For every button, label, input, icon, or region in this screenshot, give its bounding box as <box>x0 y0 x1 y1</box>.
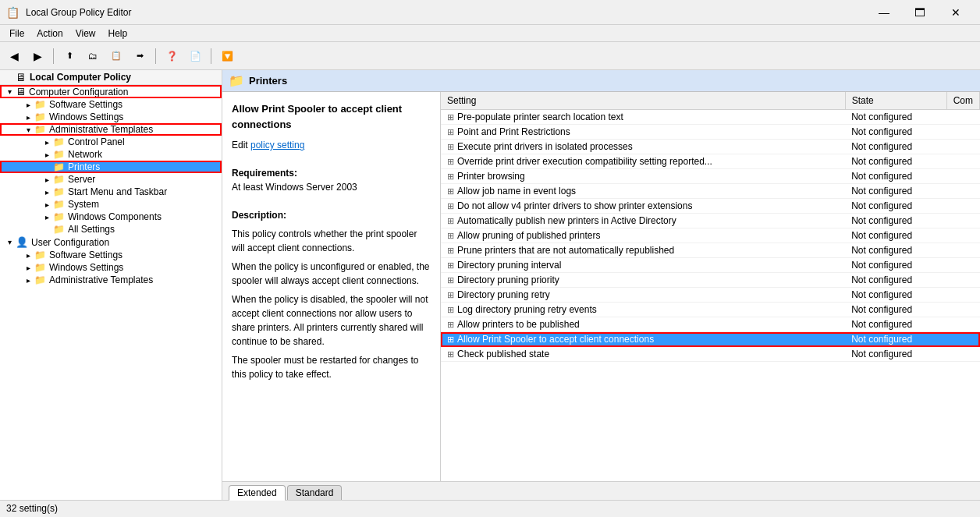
all-settings-item[interactable]: 📁 All Settings <box>0 223 222 235</box>
ss-uc-expander[interactable]: ▸ <box>22 251 34 260</box>
row-icon: ⊞ <box>447 142 454 151</box>
table-row[interactable]: ⊞Point and Print RestrictionsNot configu… <box>441 125 980 140</box>
ss-uc-label: Software Settings <box>49 250 123 260</box>
table-row[interactable]: ⊞Printer browsingNot configured <box>441 169 980 184</box>
setting-cell: ⊞Prune printers that are not automatical… <box>441 243 845 258</box>
comment-cell <box>946 110 979 125</box>
windows-settings-cc-item[interactable]: ▸ 📁 Windows Settings <box>0 111 222 123</box>
net-expander[interactable]: ▸ <box>41 150 53 159</box>
help-button[interactable]: ❓ <box>161 45 183 67</box>
row-icon: ⊞ <box>447 172 454 181</box>
cp-expander[interactable]: ▸ <box>41 138 53 147</box>
system-expander[interactable]: ▸ <box>41 200 53 209</box>
printers-item[interactable]: 📁 Printers <box>0 161 222 173</box>
table-row[interactable]: ⊞Pre-populate printer search location te… <box>441 110 980 125</box>
menu-action[interactable]: Action <box>30 27 69 41</box>
software-settings-cc-item[interactable]: ▸ 📁 Software Settings <box>0 98 222 111</box>
edit-policy-link[interactable]: policy setting <box>250 140 304 150</box>
menu-view[interactable]: View <box>69 27 102 41</box>
state-cell: Not configured <box>845 214 946 228</box>
setting-cell: ⊞Directory pruning interval <box>441 258 845 273</box>
table-row[interactable]: ⊞Allow printers to be publishedNot confi… <box>441 317 980 332</box>
table-row[interactable]: ⊞Override print driver execution compati… <box>441 154 980 169</box>
export-button[interactable]: ➡ <box>129 45 151 67</box>
table-row[interactable]: ⊞Prune printers that are not automatical… <box>441 243 980 258</box>
up-button[interactable]: ⬆ <box>59 45 80 67</box>
close-button[interactable]: ✕ <box>938 0 974 25</box>
comment-cell <box>946 154 979 169</box>
cc-icon: 🖥 <box>16 86 26 97</box>
col-setting[interactable]: Setting <box>441 92 845 110</box>
table-row[interactable]: ⊞Allow Print Spooler to accept client co… <box>441 332 980 347</box>
forward-button[interactable]: ▶ <box>27 45 48 67</box>
system-item[interactable]: ▸ 📁 System <box>0 198 222 211</box>
ss-cc-expander[interactable]: ▸ <box>22 101 34 109</box>
windows-components-item[interactable]: ▸ 📁 Windows Components <box>0 211 222 223</box>
user-config-item[interactable]: ▾ 👤 User Configuration <box>0 235 222 249</box>
uc-expander[interactable]: ▾ <box>3 238 16 246</box>
all-settings-label: All Settings <box>68 224 115 235</box>
windows-settings-uc-item[interactable]: ▸ 📁 Windows Settings <box>0 261 222 274</box>
network-item[interactable]: ▸ 📁 Network <box>0 148 222 161</box>
state-cell: Not configured <box>845 243 946 258</box>
at-cc-expander[interactable]: ▾ <box>22 126 34 134</box>
folder-icon-system: 📁 <box>53 199 65 210</box>
table-row[interactable]: ⊞Do not allow v4 printer drivers to show… <box>441 199 980 214</box>
table-row[interactable]: ⊞Directory pruning priorityNot configure… <box>441 273 980 288</box>
content-header-icon: 📁 <box>229 73 244 88</box>
menu-file[interactable]: File <box>3 27 30 41</box>
toolbar-sep-1 <box>53 48 54 64</box>
row-icon: ⊞ <box>447 127 454 136</box>
tab-standard[interactable]: Standard <box>287 485 343 500</box>
setting-cell: ⊞Allow Print Spooler to accept client co… <box>441 332 845 347</box>
col-state[interactable]: State <box>845 92 946 110</box>
minimize-button[interactable]: — <box>866 0 902 25</box>
table-row[interactable]: ⊞Log directory pruning retry eventsNot c… <box>441 303 980 317</box>
comment-cell <box>946 243 979 258</box>
comment-cell <box>946 214 979 228</box>
back-button[interactable]: ◀ <box>3 45 25 67</box>
filter-button[interactable]: 🔽 <box>216 45 238 67</box>
comment-cell <box>946 258 979 273</box>
table-row[interactable]: ⊞Execute print drivers in isolated proce… <box>441 140 980 154</box>
start-expander[interactable]: ▸ <box>41 188 53 197</box>
menu-help[interactable]: Help <box>102 27 134 41</box>
control-panel-item[interactable]: ▸ 📁 Control Panel <box>0 136 222 148</box>
table-row[interactable]: ⊞Directory pruning retryNot configured <box>441 288 980 303</box>
ws-uc-expander[interactable]: ▸ <box>22 264 34 272</box>
cc-expander[interactable]: ▾ <box>3 87 16 96</box>
tab-extended[interactable]: Extended <box>229 485 286 501</box>
table-row[interactable]: ⊞Allow job name in event logsNot configu… <box>441 184 980 199</box>
system-label: System <box>68 199 99 210</box>
toolbar-sep-2 <box>155 48 156 64</box>
folder-icon-start: 📁 <box>53 186 65 197</box>
admin-templates-cc-item[interactable]: ▾ 📁 Administrative Templates <box>0 123 222 136</box>
wc-expander[interactable]: ▸ <box>41 213 53 221</box>
software-settings-uc-item[interactable]: ▸ 📁 Software Settings <box>0 249 222 261</box>
new-window-button[interactable]: 📋 <box>105 45 127 67</box>
table-row[interactable]: ⊞Check published stateNot configured <box>441 347 980 362</box>
table-row[interactable]: ⊞Automatically publish new printers in A… <box>441 214 980 228</box>
table-row[interactable]: ⊞Directory pruning intervalNot configure… <box>441 258 980 273</box>
server-item[interactable]: ▸ 📁 Server <box>0 173 222 186</box>
admin-templates-uc-item[interactable]: ▸ 📁 Administrative Templates <box>0 274 222 286</box>
folder-icon-at-cc: 📁 <box>34 124 46 135</box>
ws-cc-expander[interactable]: ▸ <box>22 113 34 122</box>
tree-root[interactable]: 🖥 Local Computer Policy <box>0 70 222 85</box>
state-cell: Not configured <box>845 303 946 317</box>
maximize-button[interactable]: 🗖 <box>902 0 938 25</box>
table-row[interactable]: ⊞Allow pruning of published printersNot … <box>441 228 980 243</box>
col-comment[interactable]: Com <box>946 92 979 110</box>
row-icon: ⊞ <box>447 305 454 314</box>
properties-button[interactable]: 📄 <box>184 45 206 67</box>
server-expander[interactable]: ▸ <box>41 175 53 184</box>
edit-link-container: Edit policy setting <box>232 138 431 152</box>
computer-config-item[interactable]: ▾ 🖥 Computer Configuration <box>0 85 222 98</box>
at-uc-expander[interactable]: ▸ <box>22 276 34 285</box>
setting-cell: ⊞Directory pruning priority <box>441 273 845 288</box>
start-menu-item[interactable]: ▸ 📁 Start Menu and Taskbar <box>0 186 222 198</box>
ss-cc-label: Software Settings <box>49 99 123 110</box>
window-title: Local Group Policy Editor <box>26 7 131 18</box>
show-hide-button[interactable]: 🗂 <box>82 45 104 67</box>
folder-icon-as: 📁 <box>53 224 65 235</box>
